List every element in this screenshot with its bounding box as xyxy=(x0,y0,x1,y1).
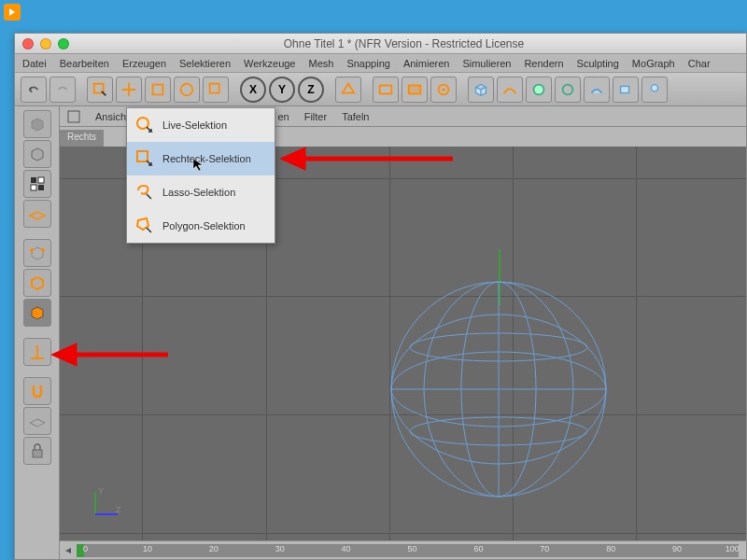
svg-rect-10 xyxy=(621,86,629,92)
menu-werkzeuge[interactable]: Werkzeuge xyxy=(244,58,295,69)
select-tool-button[interactable] xyxy=(87,77,113,103)
edges-mode-button[interactable] xyxy=(23,269,51,297)
menu-snapping[interactable]: Snapping xyxy=(346,58,390,69)
points-mode-button[interactable] xyxy=(23,239,51,267)
view-menu-filter[interactable]: Filter xyxy=(304,111,327,122)
lasso-select-icon xyxy=(134,182,155,203)
menu-datei[interactable]: Datei xyxy=(22,58,47,69)
svg-rect-13 xyxy=(38,177,44,183)
menu-animieren[interactable]: Animieren xyxy=(403,58,450,69)
svg-rect-3 xyxy=(210,83,219,92)
menu-mograph[interactable]: MoGraph xyxy=(632,58,675,69)
render-region-button[interactable] xyxy=(402,77,428,103)
menu-mesh[interactable]: Mesh xyxy=(308,58,333,69)
menu-simulieren[interactable]: Simulieren xyxy=(462,58,511,69)
svg-rect-18 xyxy=(33,450,42,457)
environment-button[interactable] xyxy=(584,77,610,103)
dropdown-label: Polygon-Selektion xyxy=(162,220,246,231)
spline-button[interactable] xyxy=(497,77,523,103)
rect-select-icon xyxy=(134,148,155,169)
undo-button[interactable] xyxy=(21,77,47,103)
left-toolbar xyxy=(15,106,60,559)
workplane-button[interactable] xyxy=(23,407,51,435)
make-editable-button[interactable] xyxy=(23,110,51,138)
svg-rect-4 xyxy=(380,85,392,93)
menu-bearbeiten[interactable]: Bearbeiten xyxy=(60,58,109,69)
svg-rect-15 xyxy=(38,185,44,190)
render-view-button[interactable] xyxy=(373,77,399,103)
axis-gizmo: Y Z xyxy=(88,484,125,522)
dropdown-item-polygon-selection[interactable]: Polygon-Selektion xyxy=(127,209,275,243)
lock-button[interactable] xyxy=(23,437,51,465)
svg-text:Y: Y xyxy=(98,486,104,496)
view-menu-tafeln[interactable]: Tafeln xyxy=(342,111,369,122)
redo-button[interactable] xyxy=(49,77,76,103)
axis-y-button[interactable]: Y xyxy=(269,77,295,103)
polygon-select-icon xyxy=(134,216,155,236)
snap-button[interactable] xyxy=(23,377,51,405)
scale-tool-button[interactable] xyxy=(145,77,171,103)
model-mode-button[interactable] xyxy=(23,140,51,168)
svg-point-8 xyxy=(534,84,544,94)
svg-point-17 xyxy=(41,248,45,252)
dropdown-label: Rechteck-Selektion xyxy=(162,153,251,164)
annotation-arrow-1 xyxy=(280,145,458,173)
primitive-cube-button[interactable] xyxy=(468,77,494,103)
dropdown-label: Lasso-Selektion xyxy=(162,187,235,198)
svg-text:Z: Z xyxy=(116,505,121,514)
sphere-wireframe xyxy=(387,277,611,501)
main-window: Ohne Titel 1 * (NFR Version - Restricted… xyxy=(14,33,747,560)
app-launcher-icon xyxy=(4,4,21,21)
minimize-window-button[interactable] xyxy=(40,38,51,49)
view-menu-ansicht[interactable]: Ansicht xyxy=(95,111,129,122)
mouse-cursor xyxy=(191,157,206,175)
annotation-arrow-2 xyxy=(51,341,173,369)
menu-char[interactable]: Char xyxy=(688,58,711,69)
window-controls xyxy=(22,38,69,49)
dropdown-item-lasso-selection[interactable]: Lasso-Selektion xyxy=(127,175,275,209)
timeline-track[interactable]: 0 10 20 30 40 50 60 70 80 90 100 xyxy=(77,544,739,557)
generator-button[interactable] xyxy=(526,77,552,103)
svg-rect-5 xyxy=(409,85,421,93)
menu-erzeugen[interactable]: Erzeugen xyxy=(122,58,166,69)
axis-mode-button[interactable] xyxy=(23,338,51,366)
viewport-menu-icon[interactable] xyxy=(67,110,80,123)
timeline[interactable]: 0 10 20 30 40 50 60 70 80 90 100 xyxy=(60,540,746,559)
svg-rect-34 xyxy=(137,151,148,161)
polygons-mode-button[interactable] xyxy=(23,299,51,327)
close-window-button[interactable] xyxy=(22,38,34,49)
zoom-window-button[interactable] xyxy=(58,38,69,49)
svg-rect-19 xyxy=(68,111,79,122)
svg-point-16 xyxy=(30,248,34,252)
main-toolbar: X Y Z xyxy=(15,73,746,106)
view-menu-en[interactable]: en xyxy=(277,111,289,122)
dropdown-item-live-selection[interactable]: Live-Selektion xyxy=(127,108,275,142)
circle-select-icon xyxy=(134,115,155,135)
main-menubar: Datei Bearbeiten Erzeugen Selektieren We… xyxy=(15,54,746,73)
workplane-mode-button[interactable] xyxy=(23,200,51,228)
texture-mode-button[interactable] xyxy=(23,170,51,198)
render-settings-button[interactable] xyxy=(430,77,457,103)
coord-system-button[interactable] xyxy=(335,77,361,103)
rotate-tool-button[interactable] xyxy=(174,77,200,103)
move-tool-button[interactable] xyxy=(116,77,142,103)
axis-x-button[interactable]: X xyxy=(240,77,266,103)
timeline-start-icon[interactable] xyxy=(63,546,73,555)
axis-z-button[interactable]: Z xyxy=(298,77,324,103)
svg-point-2 xyxy=(181,83,193,95)
svg-rect-12 xyxy=(31,177,36,183)
menu-selektieren[interactable]: Selektieren xyxy=(179,58,231,69)
svg-rect-1 xyxy=(153,84,163,94)
light-button[interactable] xyxy=(641,77,668,103)
camera-button[interactable] xyxy=(613,77,639,103)
dropdown-label: Live-Selektion xyxy=(162,119,227,131)
recent-tool-button[interactable] xyxy=(203,77,229,103)
svg-point-9 xyxy=(563,84,573,94)
menu-sculpting[interactable]: Sculpting xyxy=(577,58,619,69)
menu-rendern[interactable]: Rendern xyxy=(524,58,563,69)
svg-rect-14 xyxy=(31,185,36,190)
deformer-button[interactable] xyxy=(555,77,581,103)
viewport-label: Rechts xyxy=(60,130,104,147)
svg-point-7 xyxy=(442,88,445,91)
window-title: Ohne Titel 1 * (NFR Version - Restricted… xyxy=(69,37,739,50)
